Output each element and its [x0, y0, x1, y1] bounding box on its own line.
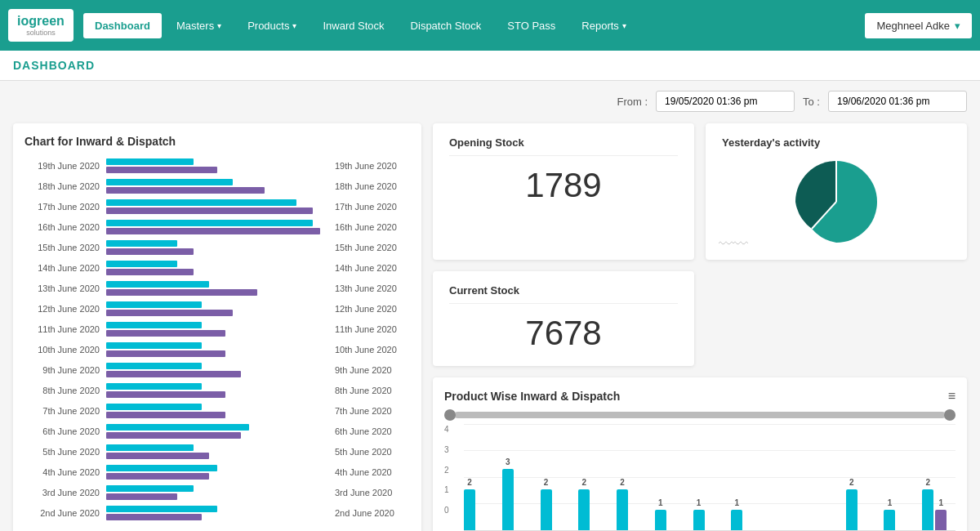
logo: iogreen solutions: [8, 9, 74, 42]
bar-left-label: 18th June 2020: [24, 181, 106, 191]
bar-purple: [106, 493, 177, 500]
bar-left-label: 13th June 2020: [24, 283, 106, 293]
bar-middle: [106, 261, 328, 275]
bar-left-label: 16th June 2020: [24, 222, 106, 232]
y-label-1: 1: [444, 485, 449, 494]
bar-row: 9th June 20209th June 2020: [24, 362, 410, 378]
product-bar-group: 21: [922, 489, 956, 530]
bar-row: 12th June 202012th June 2020: [24, 301, 410, 317]
bar-purple: [106, 248, 194, 255]
bar-cyan: [106, 424, 249, 431]
bar-row: 5th June 20205th June 2020: [24, 444, 410, 460]
bar-left-label: 8th June 2020: [24, 386, 106, 395]
from-date-input[interactable]: [656, 91, 795, 112]
bar-middle: [106, 424, 328, 439]
bar-purple: [106, 514, 202, 520]
product-bar-cyan: 2: [578, 489, 590, 530]
nav-sto-pass[interactable]: STO Pass: [496, 13, 567, 38]
bar-row: 15th June 202015th June 2020: [24, 239, 410, 256]
right-panel: Opening Stock 1789 Yesterday's activity: [433, 123, 967, 531]
bar-left-label: 6th June 2020: [24, 426, 106, 436]
product-bar-cyan-label: 1: [888, 498, 893, 507]
bar-cyan: [106, 506, 217, 512]
yesterdays-activity-card: Yesterday's activity: [706, 123, 967, 260]
navbar: iogreen solutions Dashboard Masters ▾ Pr…: [0, 0, 980, 51]
bar-row: 10th June 202010th June 2020: [24, 341, 410, 358]
bar-right-label: 4th June 2020: [328, 467, 410, 477]
bar-purple: [106, 289, 257, 296]
logo-top: iogreen: [16, 14, 65, 29]
product-bar-cyan-label: 1: [735, 498, 740, 507]
opening-stock-label: Opening Stock: [449, 136, 678, 156]
nav-inward-stock[interactable]: Inward Stock: [311, 13, 395, 38]
bar-left-label: 15th June 2020: [24, 243, 106, 252]
range-slider[interactable]: [444, 412, 956, 418]
y-label-4: 4: [444, 425, 449, 434]
bar-cyan: [106, 261, 177, 267]
bar-right-label: 9th June 2020: [328, 365, 410, 375]
bar-row: 14th June 202014th June 2020: [24, 260, 410, 276]
bar-purple: [106, 473, 209, 480]
opening-stock-card: Opening Stock 1789: [433, 123, 694, 260]
bar-left-label: 9th June 2020: [24, 365, 106, 375]
product-bar-cyan-label: 1: [658, 498, 663, 507]
bar-purple: [106, 167, 217, 173]
nav-dashboard[interactable]: Dashboard: [83, 13, 162, 38]
stock-cards-row: Opening Stock 1789 Yesterday's activity: [433, 123, 967, 366]
product-bar-group: 1: [884, 510, 917, 530]
inward-dispatch-chart-panel: Chart for Inward & Dispatch 19th June 20…: [13, 123, 421, 531]
user-menu-button[interactable]: Meghneel Adke ▾: [865, 13, 972, 38]
slider-thumb-right[interactable]: [944, 409, 956, 421]
bar-right-label: 17th June 2020: [328, 202, 410, 212]
bar-cyan: [106, 281, 209, 288]
nav-masters[interactable]: Masters ▾: [165, 13, 233, 38]
bar-middle: [106, 322, 328, 337]
product-bar-cyan-label: 2: [582, 478, 587, 487]
bar-right-label: 3rd June 2020: [328, 488, 410, 498]
product-bar-group: 1: [693, 510, 727, 530]
bar-row: 18th June 202018th June 2020: [24, 178, 410, 194]
bar-middle: [106, 281, 328, 296]
masters-arrow: ▾: [217, 21, 221, 30]
bar-middle: [106, 404, 328, 418]
reports-arrow: ▾: [622, 21, 626, 30]
bar-row: 19th June 202019th June 2020: [24, 158, 410, 174]
grid-line-3: [464, 450, 956, 451]
grid-line-2: [464, 477, 956, 478]
product-bar-cyan-label: 2: [849, 478, 854, 487]
main-content: From : To : Chart for Inward & Dispatch …: [0, 81, 980, 531]
bar-right-label: 13th June 2020: [328, 283, 410, 293]
to-date-input[interactable]: [828, 91, 967, 112]
product-bar-cyan: 1: [693, 510, 705, 530]
product-bar-group: 2: [541, 489, 574, 530]
product-bar-cyan: 1: [655, 510, 666, 530]
bar-middle: [106, 301, 328, 316]
current-stock-value: 7678: [449, 314, 678, 353]
bar-cyan: [106, 444, 194, 451]
y-label-3: 3: [444, 445, 449, 454]
to-label: To :: [803, 96, 820, 108]
bar-cyan: [106, 342, 202, 349]
product-bar-cyan: 2: [846, 489, 858, 530]
nav-reports[interactable]: Reports ▾: [570, 13, 638, 38]
product-bar-cyan: 2: [922, 489, 933, 530]
slider-thumb-left[interactable]: [444, 409, 456, 421]
range-slider-row: [444, 412, 956, 418]
opening-stock-value: 1789: [449, 166, 678, 205]
nav-dispatch-stock[interactable]: Dispatch Stock: [399, 13, 493, 38]
product-bar-cyan: 2: [464, 489, 475, 530]
product-bar-chart-wrapper: 4 3 2 1 0 232221112121: [444, 425, 956, 531]
hamburger-icon[interactable]: ≡: [948, 389, 956, 404]
bar-row: 11th June 202011th June 2020: [24, 321, 410, 337]
product-bar-purple: 1: [935, 510, 947, 530]
product-bar-cyan: 3: [502, 469, 514, 530]
product-bar-cyan-label: 2: [544, 478, 549, 487]
user-arrow: ▾: [955, 20, 960, 32]
bar-right-label: 19th June 2020: [328, 161, 410, 171]
product-bar-cyan: 2: [617, 489, 628, 530]
nav-products[interactable]: Products ▾: [236, 13, 308, 38]
y-label-0: 0: [444, 506, 449, 515]
bar-middle: [106, 444, 328, 459]
bar-row: 17th June 202017th June 2020: [24, 199, 410, 215]
bar-purple: [106, 432, 241, 439]
